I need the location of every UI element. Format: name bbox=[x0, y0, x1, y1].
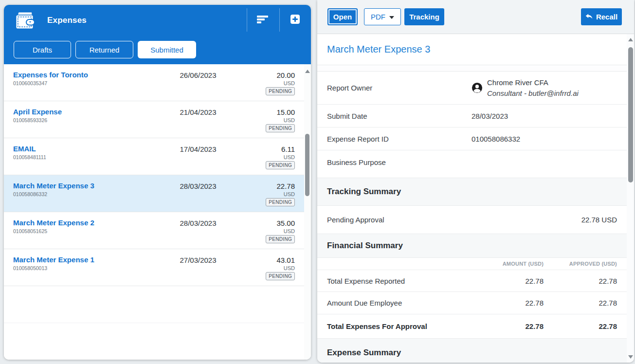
report-name-block: March Meter Expense 1 010058050013 bbox=[13, 256, 94, 271]
caret-down-icon bbox=[389, 16, 394, 19]
report-currency: USD bbox=[266, 154, 295, 160]
report-currency: USD bbox=[266, 228, 295, 234]
report-row-march-meter-expense-2[interactable]: March Meter Expense 2 010058051625 28/03… bbox=[4, 212, 304, 249]
wallet-icon bbox=[16, 12, 35, 29]
report-amount-block: 43.01 USD PENDING bbox=[266, 256, 295, 280]
report-owner-row: Report Owner Chrome River CFA Consultant… bbox=[317, 72, 627, 105]
report-owner-label: Report Owner bbox=[327, 84, 472, 92]
expenses-panel: Expenses Drafts Returned Submitted Expen… bbox=[4, 5, 311, 360]
report-name-block: EMAIL 010058481111 bbox=[13, 145, 46, 160]
report-name-block: April Expense 010058593326 bbox=[13, 108, 62, 123]
pending-approval-row: Pending Approval 22.78 USD bbox=[317, 206, 627, 234]
report-row-expenses-for-toronto[interactable]: Expenses for Toronto 010060035347 26/06/… bbox=[4, 64, 304, 101]
status-badge: PENDING bbox=[266, 198, 295, 206]
pending-approval-value: 22.78 USD bbox=[581, 216, 617, 224]
pdf-dropdown-button[interactable]: PDF bbox=[364, 8, 401, 25]
fin-row-label: Total Expenses For Approval bbox=[327, 322, 471, 330]
tab-drafts[interactable]: Drafts bbox=[14, 41, 71, 58]
fin-row-amount: 22.78 bbox=[471, 299, 544, 307]
detail-report-title: March Meter Expense 3 bbox=[327, 44, 430, 55]
report-name-block: Expenses for Toronto 010060035347 bbox=[13, 71, 88, 86]
report-currency: USD bbox=[266, 117, 295, 123]
report-amount-block: 35.00 USD PENDING bbox=[266, 219, 295, 243]
report-title-link[interactable]: EMAIL bbox=[13, 145, 46, 153]
sort-icon[interactable] bbox=[257, 16, 269, 28]
recall-button[interactable]: Recall bbox=[581, 8, 622, 25]
report-amount-block: 6.11 USD PENDING bbox=[266, 146, 295, 169]
status-badge: PENDING bbox=[266, 87, 295, 95]
report-id: 010060035347 bbox=[13, 80, 88, 86]
submit-date-value: 28/03/2023 bbox=[472, 112, 508, 120]
detail-title-block: March Meter Expense 3 bbox=[317, 34, 627, 65]
report-date: 27/03/2023 bbox=[149, 256, 247, 264]
tab-submitted[interactable]: Submitted bbox=[138, 41, 196, 58]
detail-scrollbar-thumb[interactable] bbox=[628, 47, 633, 182]
tracking-button[interactable]: Tracking bbox=[404, 8, 444, 25]
report-currency: USD bbox=[266, 80, 295, 86]
report-title-link[interactable]: March Meter Expense 3 bbox=[13, 182, 94, 190]
report-amount: 6.11 bbox=[266, 146, 295, 153]
scroll-up-arrow-icon[interactable] bbox=[628, 38, 633, 41]
report-title-link[interactable]: March Meter Expense 2 bbox=[13, 219, 94, 227]
detail-content: March Meter Expense 3 Report Owner Chrom… bbox=[317, 34, 627, 363]
expense-report-id-label: Expense Report ID bbox=[327, 135, 472, 143]
fin-row-label: Total Expense Reported bbox=[327, 277, 471, 285]
financial-summary-heading: Financial Summary bbox=[317, 234, 627, 258]
report-currency: USD bbox=[266, 191, 295, 197]
scroll-up-arrow-icon[interactable] bbox=[305, 70, 310, 73]
open-button[interactable]: Open bbox=[327, 8, 358, 25]
expense-summary-heading: Expense Summary bbox=[317, 339, 627, 363]
fin-row-amount: 22.78 bbox=[471, 322, 544, 330]
panel-title: Expenses bbox=[47, 16, 87, 25]
owner-subtitle: Consultant - butler@infrrd.ai bbox=[487, 89, 579, 97]
tracking-summary-heading: Tracking Summary bbox=[317, 178, 627, 206]
report-amount-block: 22.78 USD PENDING bbox=[266, 182, 295, 206]
report-row-empty bbox=[4, 286, 304, 323]
tracking-summary-heading-text: Tracking Summary bbox=[327, 187, 401, 197]
report-row-email[interactable]: EMAIL 010058481111 17/04/2023 6.11 USD P… bbox=[4, 138, 304, 175]
report-amount: 35.00 bbox=[266, 219, 295, 227]
detail-toolbar: Open PDF Tracking Recall bbox=[317, 0, 634, 34]
report-date: 26/06/2023 bbox=[149, 72, 247, 79]
list-scrollbar-thumb[interactable] bbox=[305, 134, 309, 196]
expenses-panel-header: Expenses Drafts Returned Submitted bbox=[4, 5, 311, 64]
recall-label: Recall bbox=[596, 13, 617, 21]
report-detail-panel: Open PDF Tracking Recall March Meter Exp… bbox=[317, 0, 634, 363]
detail-scrollbar[interactable] bbox=[627, 34, 634, 363]
list-scrollbar[interactable] bbox=[304, 64, 311, 360]
report-amount: 43.01 bbox=[266, 256, 295, 264]
report-title-link[interactable]: April Expense bbox=[13, 108, 62, 116]
owner-name: Chrome River CFA bbox=[487, 78, 579, 87]
approved-column-header: APPROVED (USD) bbox=[544, 261, 617, 267]
fin-row-approved: 22.78 bbox=[544, 277, 617, 285]
header-divider bbox=[247, 8, 247, 32]
scroll-down-arrow-icon[interactable] bbox=[628, 355, 633, 359]
report-title-link[interactable]: Expenses for Toronto bbox=[13, 71, 88, 79]
expenses-header-row: Expenses bbox=[4, 5, 311, 36]
financial-column-headers: AMOUNT (USD) APPROVED (USD) bbox=[317, 258, 627, 270]
report-amount: 20.00 bbox=[266, 72, 295, 79]
tab-returned[interactable]: Returned bbox=[75, 41, 133, 58]
expenses-tabs: Drafts Returned Submitted bbox=[14, 41, 196, 58]
report-id: 010058086332 bbox=[13, 191, 94, 197]
total-expense-reported-row: Total Expense Reported 22.78 22.78 bbox=[317, 270, 627, 292]
recall-reply-arrow-icon bbox=[585, 14, 593, 20]
expense-report-id-value: 010058086332 bbox=[472, 135, 520, 143]
report-owner-value: Chrome River CFA Consultant - butler@inf… bbox=[472, 78, 579, 97]
report-row-march-meter-expense-3[interactable]: March Meter Expense 3 010058086332 28/03… bbox=[4, 175, 304, 212]
add-icon[interactable] bbox=[290, 15, 300, 24]
report-amount: 22.78 bbox=[266, 182, 295, 190]
avatar-icon bbox=[472, 82, 483, 93]
report-date: 17/04/2023 bbox=[149, 146, 247, 153]
report-amount-block: 15.00 USD PENDING bbox=[266, 109, 295, 132]
business-purpose-label: Business Purpose bbox=[327, 158, 472, 166]
report-amount: 15.00 bbox=[266, 109, 295, 116]
status-badge: PENDING bbox=[266, 161, 295, 169]
status-badge: PENDING bbox=[266, 235, 295, 243]
report-row-march-meter-expense-1[interactable]: March Meter Expense 1 010058050013 27/03… bbox=[4, 249, 304, 286]
report-title-link[interactable]: March Meter Expense 1 bbox=[13, 256, 94, 264]
pdf-label: PDF bbox=[371, 13, 385, 21]
fin-row-amount: 22.78 bbox=[471, 277, 544, 285]
amount-column-header: AMOUNT (USD) bbox=[471, 261, 544, 267]
report-row-april-expense[interactable]: April Expense 010058593326 21/04/2023 15… bbox=[4, 101, 304, 138]
